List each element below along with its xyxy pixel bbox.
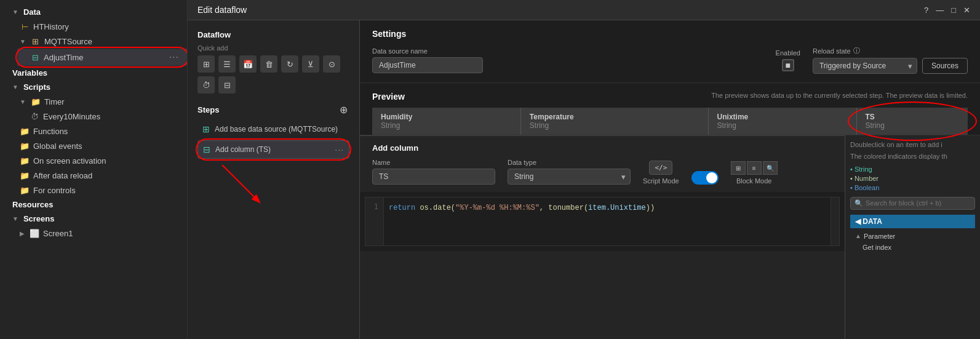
reload-state-label: Reload state ⓘ (813, 46, 968, 55)
sidebar-screens-section[interactable]: ▼ Screens (0, 212, 187, 226)
toggle-switch[interactable] (691, 171, 719, 185)
sidebar-item-adjusttime[interactable]: ⊟ AdjustTime ··· (17, 49, 187, 66)
data-tree-get-index[interactable]: Get index (850, 242, 975, 253)
quick-add-table-icon[interactable]: ⊞ (197, 55, 215, 73)
screen-icon: ⬜ (30, 228, 39, 238)
maximize-button[interactable]: □ (951, 6, 956, 15)
sidebar-data-section[interactable]: ▼ Data (0, 5, 187, 19)
quick-add-row: ⊞ ☰ 📅 🗑 ↻ ⊻ ⊙ ⏱ ⊟ (197, 55, 349, 94)
dataflow-panel: Dataflow Quick add ⊞ ☰ 📅 🗑 ↻ ⊻ ⊙ ⏱ ⊟ Ste… (188, 20, 360, 339)
right-panel: Settings Data source name Enabled ■ (360, 20, 980, 339)
more-dots[interactable]: ··· (169, 52, 179, 63)
sidebar-item-hthistory[interactable]: ⊢ HTHistory (7, 19, 187, 34)
boolean-indicator: • Boolean (850, 184, 879, 191)
block-mode-icons: ⊞ ≡ 🔍 (731, 161, 778, 175)
enabled-checkbox[interactable]: ■ (782, 59, 794, 71)
step-item-base-source[interactable]: ⊞ Add base data source (MQTTSource) (197, 121, 349, 138)
reload-state-select-wrapper: Triggered by Source (813, 58, 917, 74)
help-button[interactable]: ? (924, 6, 928, 15)
chevron-icon: ▼ (12, 215, 18, 222)
sidebar-item-global-events[interactable]: 📁 Global events (7, 138, 187, 153)
edit-dataflow-modal: Edit dataflow ? — □ ✕ Dataflow Quick add… (188, 0, 980, 339)
sidebar-item-functions[interactable]: 📁 Functions (7, 124, 187, 138)
preview-section: Preview The preview shows data up to the… (360, 83, 980, 135)
sidebar-variables-section[interactable]: Variables (0, 66, 187, 80)
table-header-row: Humidity String Temperature String Unixt… (372, 108, 968, 135)
col-humidity: Humidity String (372, 108, 520, 135)
minimize-button[interactable]: — (936, 6, 944, 15)
data-tree-parameter[interactable]: ▲ Parameter (850, 231, 975, 242)
code-editor-inner: 1 return os.date("%Y-%m-%d %H:%M:%S", to… (365, 197, 840, 246)
quick-add-clock-icon[interactable]: ⏱ (197, 76, 215, 94)
add-step-button[interactable]: ⊕ (337, 103, 349, 116)
quick-add-refresh-icon[interactable]: ↻ (281, 55, 298, 73)
sidebar-item-on-screen-activation[interactable]: 📁 On screen activation (7, 153, 187, 168)
add-column-section: Add column Name Data type String (360, 135, 845, 192)
block-icon-3[interactable]: 🔍 (763, 161, 778, 175)
sidebar-scripts-section[interactable]: ▼ Scripts (0, 80, 187, 94)
parameter-label: Parameter (864, 233, 895, 240)
chevron-icon: ▼ (12, 9, 18, 15)
block-icon-2[interactable]: ≡ (747, 161, 762, 175)
on-screen-activation-label: On screen activation (33, 156, 180, 166)
scrollbar-area[interactable] (831, 197, 839, 245)
name-input[interactable] (372, 169, 495, 185)
code-line-1: return os.date("%Y-%m-%d %H:%M:%S", tonu… (389, 204, 655, 212)
svg-line-0 (222, 165, 259, 202)
number-indicator: • Number (850, 175, 878, 182)
resources-label: Resources (12, 200, 53, 209)
folder-icon: 📁 (20, 141, 30, 151)
quick-add-calendar-icon[interactable]: 📅 (239, 55, 257, 73)
folder-icon: 📁 (20, 185, 30, 195)
sidebar-item-screen1[interactable]: ▶ ⬜ Screen1 (7, 226, 187, 241)
screens-group: ▶ ⬜ Screen1 (0, 226, 187, 241)
line-number-1: 1 (374, 202, 378, 211)
quick-add-filter-icon[interactable]: ☰ (218, 55, 236, 73)
quick-add-funnel-icon[interactable]: ⊻ (302, 55, 319, 73)
preview-table: Humidity String Temperature String Unixt… (372, 108, 968, 135)
sidebar-item-mqttsource[interactable]: ▼ ⊞ MQTTSource (7, 34, 187, 49)
timer-label: Timer (44, 97, 180, 106)
global-events-label: Global events (33, 142, 180, 151)
arrow-svg (210, 165, 271, 214)
modal-body: Dataflow Quick add ⊞ ☰ 📅 🗑 ↻ ⊻ ⊙ ⏱ ⊟ Ste… (188, 20, 980, 339)
quick-add-delete-icon[interactable]: 🗑 (260, 55, 277, 73)
block-icon-1[interactable]: ⊞ (731, 161, 746, 175)
datatype-select[interactable]: String Number Boolean Date (508, 169, 631, 185)
sources-button[interactable]: Sources (922, 58, 968, 74)
item-unixtime: item.Unixtime (588, 204, 646, 212)
sidebar-item-after-data-reload[interactable]: 📁 After data reload (7, 168, 187, 183)
data-section-label: Data (23, 7, 41, 17)
tree-arrow-icon: ▲ (855, 233, 861, 239)
preview-header: Preview The preview shows data up to the… (372, 92, 968, 102)
step-item-add-column[interactable]: ⊟ Add column (TS) ··· (197, 140, 349, 159)
chevron-icon: ▼ (20, 38, 26, 45)
script-mode-label: Script Mode (643, 177, 679, 185)
folder-icon: 📁 (31, 97, 41, 106)
sidebar: ▼ Data ⊢ HTHistory ▼ ⊞ MQTTSource ⊟ Adju… (0, 0, 188, 339)
quick-add-circle-icon[interactable]: ⊙ (323, 55, 340, 73)
line-numbers: 1 (365, 197, 384, 245)
sidebar-item-for-controls[interactable]: 📁 For controls (7, 183, 187, 197)
sidebar-item-every10min[interactable]: ⏱ Every10Minutes (17, 109, 187, 124)
tonumber-func: tonumber( (548, 204, 588, 212)
reload-state-section: Reload state ⓘ Triggered by Source Sourc… (813, 46, 968, 74)
code-content-area[interactable]: return os.date("%Y-%m-%d %H:%M:%S", tonu… (384, 197, 831, 245)
quick-add-calc-icon[interactable]: ⊟ (218, 76, 236, 94)
data-tree-header[interactable]: ◀ DATA (850, 215, 975, 228)
sidebar-resources-section[interactable]: Resources (0, 197, 187, 212)
data-source-name-input[interactable] (372, 57, 483, 73)
string-indicator: • String (850, 166, 872, 173)
preview-note: The preview shows data up to the current… (711, 92, 968, 99)
step-more-dots[interactable]: ··· (335, 145, 344, 154)
data-group: ⊢ HTHistory ▼ ⊞ MQTTSource ⊟ AdjustTime … (0, 19, 187, 66)
close-button[interactable]: ✕ (963, 6, 970, 15)
return-keyword: return (389, 204, 415, 212)
reload-state-select[interactable]: Triggered by Source (813, 58, 917, 74)
script-mode-button[interactable]: </> (649, 161, 672, 175)
scripts-label: Scripts (23, 82, 50, 92)
sidebar-item-timer[interactable]: ▼ 📁 Timer (7, 94, 187, 109)
search-input[interactable] (866, 199, 971, 207)
chevron-icon: ▼ (12, 84, 18, 90)
enabled-section: Enabled ■ (776, 49, 800, 71)
